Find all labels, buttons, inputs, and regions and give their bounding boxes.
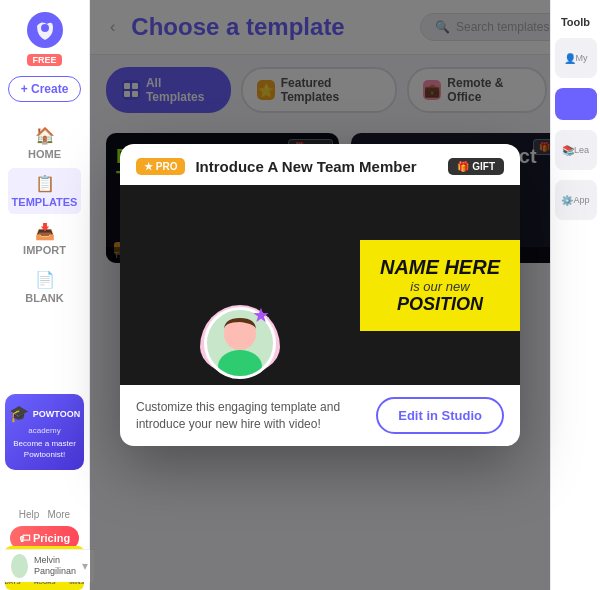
modal-gift-badge: 🎁 GIFT bbox=[448, 158, 504, 175]
home-icon: 🏠 bbox=[35, 126, 55, 145]
preview-subtitle-text: is our new bbox=[380, 279, 500, 294]
svg-point-1 bbox=[41, 24, 49, 32]
right-toolbar: Toolb 👤 My 📚 Lea ⚙️ App bbox=[550, 0, 600, 590]
toolbar-item-my[interactable]: 👤 My bbox=[555, 38, 597, 78]
toolbar-cta[interactable] bbox=[555, 88, 597, 120]
sidebar-item-blank[interactable]: 📄 BLANK bbox=[8, 264, 81, 310]
sidebar-item-templates[interactable]: 📋 TEMPLATES bbox=[8, 168, 81, 214]
modal-pro-badge: ★ PRO bbox=[136, 158, 185, 175]
user-name: Melvin Pangilinan bbox=[34, 555, 76, 577]
toolbar-item-app[interactable]: ⚙️ App bbox=[555, 180, 597, 220]
sidebar-item-home[interactable]: 🏠 HOME bbox=[8, 120, 81, 166]
modal-overlay[interactable]: ★ PRO Introduce A New Team Member 🎁 GIFT bbox=[90, 0, 550, 590]
toolbar-lea-label: Lea bbox=[574, 145, 589, 155]
import-icon: 📥 bbox=[35, 222, 55, 241]
user-profile[interactable]: Melvin Pangilinan ▾ bbox=[5, 549, 94, 582]
help-link[interactable]: Help bbox=[19, 509, 40, 520]
academy-brand: POWTOON bbox=[33, 409, 80, 419]
preview-position-text: POSITION bbox=[380, 294, 500, 315]
academy-card[interactable]: 🎓 POWTOON academy Become a master Powtoo… bbox=[5, 394, 84, 470]
chevron-down-icon: ▾ bbox=[82, 559, 88, 573]
modal-title: Introduce A New Team Member bbox=[195, 158, 438, 175]
templates-icon: 📋 bbox=[35, 174, 55, 193]
user-avatar bbox=[11, 554, 28, 578]
toolbar-title: Toolb bbox=[561, 16, 590, 28]
preview-yellow-section: Name Here is our new POSITION bbox=[360, 240, 520, 331]
modal-header: ★ PRO Introduce A New Team Member 🎁 GIFT bbox=[120, 144, 520, 185]
blank-icon: 📄 bbox=[35, 270, 55, 289]
create-button[interactable]: + Create bbox=[8, 76, 82, 102]
modal-description: Customize this engaging template and int… bbox=[136, 399, 366, 433]
help-row: Help More bbox=[19, 509, 70, 520]
user-small-icon: 👤 bbox=[564, 53, 576, 64]
graduation-icon: 🎓 bbox=[9, 404, 29, 423]
modal-footer: Customize this engaging template and int… bbox=[120, 385, 520, 446]
sidebar-logo bbox=[27, 12, 63, 48]
academy-cta: Become a master Powtoonist! bbox=[11, 439, 78, 460]
sidebar: FREE + Create 🏠 HOME 📋 TEMPLATES 📥 IMPOR… bbox=[0, 0, 90, 590]
learn-icon: 📚 bbox=[562, 145, 574, 156]
preview-star-icon: ★ bbox=[252, 303, 270, 327]
more-link[interactable]: More bbox=[47, 509, 70, 520]
svg-point-6 bbox=[218, 350, 262, 376]
toolbar-app-label: App bbox=[573, 195, 589, 205]
free-badge: FREE bbox=[27, 54, 61, 66]
academy-sub-brand: academy bbox=[11, 426, 78, 435]
edit-in-studio-button[interactable]: Edit in Studio bbox=[376, 397, 504, 434]
modal-dialog: ★ PRO Introduce A New Team Member 🎁 GIFT bbox=[120, 144, 520, 446]
sidebar-nav: 🏠 HOME 📋 TEMPLATES 📥 IMPORT 📄 BLANK bbox=[0, 120, 89, 310]
modal-preview: ★ Name Here is our new POSITION bbox=[120, 185, 520, 385]
app-icon: ⚙️ bbox=[561, 195, 573, 206]
sidebar-item-import[interactable]: 📥 IMPORT bbox=[8, 216, 81, 262]
preview-name-text: Name Here bbox=[380, 256, 500, 279]
toolbar-item-lea[interactable]: 📚 Lea bbox=[555, 130, 597, 170]
toolbar-my-label: My bbox=[576, 53, 588, 63]
